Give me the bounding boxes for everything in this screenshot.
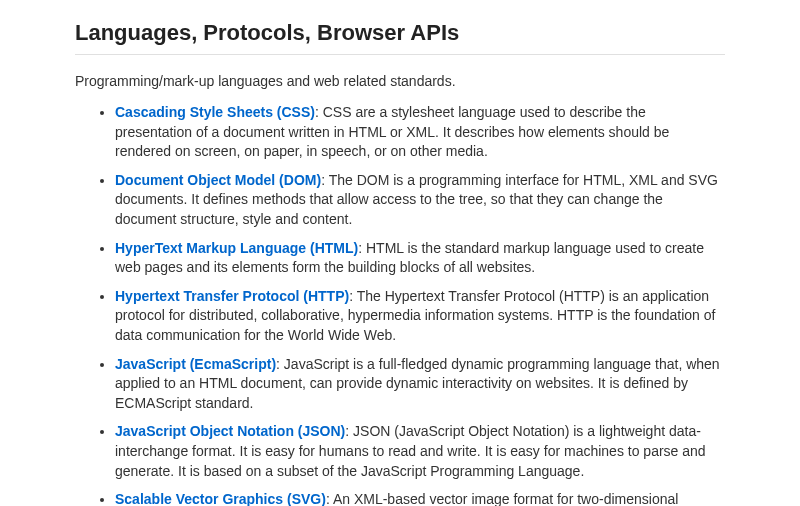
topic-link-dom[interactable]: Document Object Model (DOM) xyxy=(115,172,321,188)
section-heading: Languages, Protocols, Browser APIs xyxy=(75,20,725,55)
topic-link-javascript[interactable]: JavaScript (EcmaScript) xyxy=(115,356,276,372)
topic-link-http[interactable]: Hypertext Transfer Protocol (HTTP) xyxy=(115,288,349,304)
list-item: JavaScript Object Notation (JSON): JSON … xyxy=(115,422,725,481)
topic-link-html[interactable]: HyperText Markup Language (HTML) xyxy=(115,240,358,256)
list-item: Cascading Style Sheets (CSS): CSS are a … xyxy=(115,103,725,162)
topic-link-svg[interactable]: Scalable Vector Graphics (SVG) xyxy=(115,491,326,506)
list-item: Hypertext Transfer Protocol (HTTP): The … xyxy=(115,287,725,346)
list-item: Scalable Vector Graphics (SVG): An XML-b… xyxy=(115,490,725,506)
section-intro: Programming/mark-up languages and web re… xyxy=(75,73,725,89)
list-item: Document Object Model (DOM): The DOM is … xyxy=(115,171,725,230)
topic-link-json[interactable]: JavaScript Object Notation (JSON) xyxy=(115,423,345,439)
topic-link-css[interactable]: Cascading Style Sheets (CSS) xyxy=(115,104,315,120)
list-item: HyperText Markup Language (HTML): HTML i… xyxy=(115,239,725,278)
list-item: JavaScript (EcmaScript): JavaScript is a… xyxy=(115,355,725,414)
topic-list: Cascading Style Sheets (CSS): CSS are a … xyxy=(75,103,725,506)
